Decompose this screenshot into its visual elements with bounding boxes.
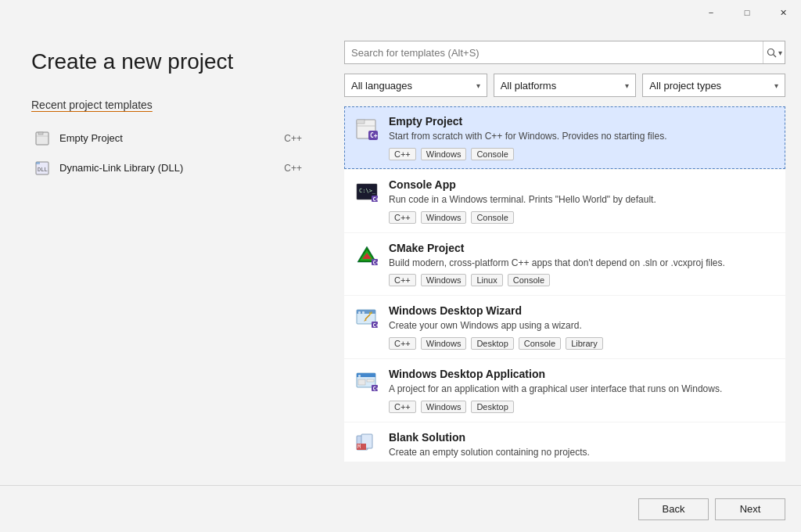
svg-text:C+: C+	[373, 322, 379, 329]
template-name-0: Empty Project	[389, 115, 775, 128]
svg-rect-25	[362, 311, 365, 314]
template-item-empty-project[interactable]: C+ Empty Project Start from scratch with…	[344, 106, 785, 169]
template-item-console-app[interactable]: C:\>_ C+ Console App Run code in a Windo…	[344, 170, 785, 232]
main-container: Create a new project Recent project temp…	[0, 25, 801, 532]
template-desc-0: Start from scratch with C++ for Windows.…	[389, 130, 775, 143]
svg-rect-1	[38, 132, 43, 135]
type-filter-arrow: ▾	[774, 81, 778, 90]
bottom-bar: Back Next	[0, 485, 801, 532]
template-desc-2: Build modern, cross-platform C++ apps th…	[389, 257, 775, 270]
template-item-desktop-app[interactable]: C+ Windows Desktop Application A project…	[344, 359, 785, 422]
dll-small-icon: DLL	[34, 160, 52, 177]
tag-windows-2: Windows	[421, 274, 467, 286]
svg-text:C+: C+	[373, 259, 379, 265]
tag-desktop-4: Desktop	[471, 401, 513, 413]
platform-filter-arrow: ▾	[625, 81, 629, 90]
svg-text:C:\>_: C:\>_	[359, 188, 376, 194]
recent-item-empty-project[interactable]: Empty Project C++	[31, 124, 305, 153]
tag-windows-3: Windows	[421, 337, 467, 350]
platform-filter-label: All platforms	[501, 80, 557, 92]
empty-project-small-icon	[34, 130, 52, 147]
console-app-icon: C:\>_ C+	[354, 180, 379, 205]
tag-windows-1: Windows	[421, 211, 467, 224]
next-button[interactable]: Next	[715, 498, 785, 520]
left-panel: Create a new project Recent project temp…	[0, 25, 336, 532]
search-icon	[767, 48, 777, 58]
language-filter-label: All languages	[351, 80, 412, 92]
template-name-2: CMake Project	[389, 242, 775, 254]
search-button[interactable]: ▾	[763, 41, 785, 63]
close-button[interactable]: ✕	[765, 0, 801, 25]
svg-rect-35	[367, 379, 374, 382]
tag-console-1: Console	[471, 211, 513, 224]
type-filter-label: All project types	[649, 80, 721, 92]
recent-item-lang-0: C++	[284, 133, 302, 144]
svg-text:M: M	[357, 444, 361, 450]
recent-list: Empty Project C++ DLL Dynamic-Link Libra…	[31, 124, 305, 183]
page-title: Create a new project	[31, 49, 305, 75]
template-info-blank-solution: Blank Solution Create an empty solution …	[389, 431, 775, 462]
desktop-wizard-icon: C+	[354, 306, 379, 331]
recent-section-title: Recent project templates	[31, 99, 305, 111]
template-desc-4: A project for an application with a grap…	[389, 383, 775, 396]
template-info-console-app: Console App Run code in a Windows termin…	[389, 178, 775, 224]
template-name-4: Windows Desktop Application	[389, 368, 775, 380]
template-item-desktop-wizard[interactable]: C+ Windows Desktop Wizard Create your ow…	[344, 296, 785, 358]
tag-cpp-3: C++	[389, 337, 416, 350]
search-dropdown-arrow: ▾	[778, 49, 782, 57]
titlebar: − □ ✕	[0, 0, 801, 25]
tag-library-3: Library	[566, 337, 603, 350]
recent-item-lang-1: C++	[284, 163, 302, 174]
tag-cpp-0: C++	[389, 148, 416, 160]
template-info-cmake: CMake Project Build modern, cross-platfo…	[389, 242, 775, 287]
svg-text:C+: C+	[373, 196, 379, 202]
empty-project-icon: C+	[354, 117, 379, 142]
tag-desktop-3: Desktop	[471, 337, 513, 350]
language-filter-arrow: ▾	[476, 81, 480, 90]
search-container: ▾	[344, 41, 785, 64]
template-list: C+ Empty Project Start from scratch with…	[344, 106, 785, 516]
tag-cpp-1: C++	[389, 211, 416, 224]
template-item-blank-solution[interactable]: M Blank Solution Create an empty solutio…	[344, 422, 785, 462]
back-button[interactable]: Back	[638, 498, 709, 520]
template-name-3: Windows Desktop Wizard	[389, 304, 775, 317]
desktop-app-icon: C+	[354, 369, 379, 394]
svg-text:DLL: DLL	[38, 167, 48, 173]
recent-item-name-0: Empty Project	[59, 132, 284, 144]
recent-item-name-1: Dynamic-Link Library (DLL)	[59, 162, 284, 174]
tag-console-0: Console	[471, 148, 513, 160]
tag-windows-0: Windows	[421, 148, 467, 160]
svg-text:C+: C+	[373, 386, 379, 392]
language-filter-dropdown[interactable]: All languages ▾	[344, 74, 487, 97]
tag-cpp-4: C++	[389, 401, 416, 413]
template-name-5: Blank Solution	[389, 431, 775, 444]
template-desc-3: Create your own Windows app using a wiza…	[389, 319, 775, 332]
template-tags-1: C++ Windows Console	[389, 211, 775, 224]
platform-filter-dropdown[interactable]: All platforms ▾	[494, 74, 637, 97]
restore-button[interactable]: □	[729, 0, 765, 25]
filter-row: All languages ▾ All platforms ▾ All proj…	[344, 74, 785, 97]
template-tags-2: C++ Windows Linux Console	[389, 274, 775, 286]
template-desc-5: Create an empty solution containing no p…	[389, 446, 775, 459]
cmake-icon: C+	[354, 243, 379, 268]
template-info-desktop-app: Windows Desktop Application A project fo…	[389, 368, 775, 413]
template-tags-4: C++ Windows Desktop	[389, 401, 775, 413]
recent-item-dll[interactable]: DLL Dynamic-Link Library (DLL) C++	[31, 153, 305, 183]
right-panel: ▾ All languages ▾ All platforms ▾ All pr…	[336, 25, 801, 532]
blank-solution-icon: M	[354, 433, 379, 458]
tag-windows-4: Windows	[421, 401, 467, 413]
template-item-cmake[interactable]: C+ CMake Project Build modern, cross-pla…	[344, 233, 785, 296]
tag-linux-2: Linux	[471, 274, 502, 286]
type-filter-dropdown[interactable]: All project types ▾	[642, 74, 785, 97]
template-name-1: Console App	[389, 178, 775, 191]
svg-rect-34	[358, 379, 365, 385]
svg-rect-24	[358, 311, 361, 314]
svg-rect-9	[357, 120, 365, 124]
tag-console-3: Console	[519, 337, 561, 350]
minimize-button[interactable]: −	[693, 0, 729, 25]
search-input[interactable]	[345, 47, 763, 59]
svg-line-7	[773, 54, 776, 57]
template-info-empty-project: Empty Project Start from scratch with C+…	[389, 115, 775, 160]
template-desc-1: Run code in a Windows terminal. Prints "…	[389, 193, 775, 207]
svg-point-6	[767, 49, 774, 55]
